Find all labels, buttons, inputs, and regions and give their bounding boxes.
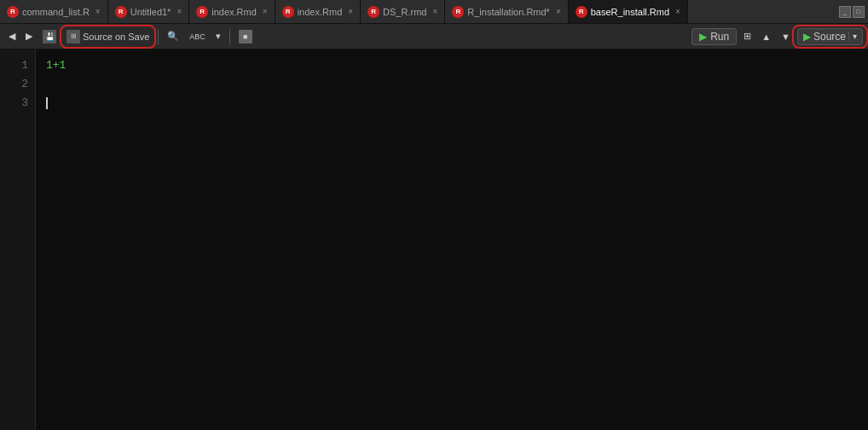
tab-label: DS_R.rmd bbox=[383, 7, 426, 17]
divider-1 bbox=[158, 29, 159, 44]
option-icon: ▾ bbox=[216, 31, 221, 42]
source-button[interactable]: ▶ Source ▾ bbox=[797, 28, 863, 45]
tab-label: Untitled1* bbox=[130, 7, 171, 17]
code-line-1: 1+1 bbox=[46, 56, 858, 75]
tab-label: index.Rmd bbox=[211, 7, 257, 17]
cursor bbox=[46, 97, 48, 109]
search-icon: 🔍 bbox=[167, 31, 179, 42]
source-on-save-icon: ⊞ bbox=[67, 30, 80, 44]
source-dropdown-arrow[interactable]: ▾ bbox=[848, 32, 857, 41]
line-number-2: 2 bbox=[21, 75, 28, 94]
tab-baser-install-rmd[interactable]: R baseR_install.Rmd × bbox=[569, 0, 688, 24]
back-button[interactable]: ◀ bbox=[5, 29, 19, 44]
tab-untitled1[interactable]: R Untitled1* × bbox=[108, 0, 190, 24]
spell-check-icon: ABC bbox=[189, 32, 205, 41]
chunk-button[interactable]: ■ bbox=[235, 28, 256, 45]
source-on-save-label: Source on Save bbox=[83, 32, 149, 42]
down-button[interactable]: ▼ bbox=[778, 30, 794, 44]
tab-close[interactable]: × bbox=[95, 7, 101, 16]
tab-index-rmd-2[interactable]: R index.Rmd × bbox=[275, 0, 361, 24]
tab-icon-r: R bbox=[196, 6, 208, 18]
source-on-save-button[interactable]: ⊞ Source on Save bbox=[63, 28, 153, 45]
save-button[interactable]: 💾 bbox=[39, 28, 60, 45]
line-numbers: 1 2 3 bbox=[0, 49, 36, 430]
tab-icon-r: R bbox=[282, 6, 294, 18]
tab-bar: R command_list.R × R Untitled1* × R inde… bbox=[0, 0, 868, 24]
tab-r-installation-rmd[interactable]: R R_installation.Rmd* × bbox=[445, 0, 568, 24]
tab-close[interactable]: × bbox=[176, 7, 182, 16]
tab-bar-end: _ □ bbox=[839, 6, 868, 18]
forward-icon: ▶ bbox=[26, 31, 32, 42]
tab-label: R_installation.Rmd* bbox=[467, 7, 550, 17]
tab-close[interactable]: × bbox=[675, 7, 680, 16]
line-number-3: 3 bbox=[21, 94, 28, 113]
spell-check-button[interactable]: ABC bbox=[186, 31, 209, 43]
tab-command-list-r[interactable]: R command_list.R × bbox=[0, 0, 108, 24]
up-button[interactable]: ▲ bbox=[758, 30, 774, 44]
code-editor[interactable]: 1+1 bbox=[36, 49, 868, 430]
up-icon: ▲ bbox=[761, 32, 771, 42]
minimize-button[interactable]: _ bbox=[839, 6, 851, 18]
code-content-1: 1+1 bbox=[46, 56, 66, 75]
run-button[interactable]: ▶ Run bbox=[692, 28, 737, 45]
run-icon: ▶ bbox=[699, 31, 707, 43]
code-line-2 bbox=[46, 75, 858, 94]
grid-icon: ⊞ bbox=[744, 31, 751, 42]
jump-button[interactable]: ⊞ bbox=[740, 29, 755, 44]
source-button-wrapper: ▶ Source ▾ bbox=[797, 28, 863, 45]
down-icon: ▼ bbox=[781, 32, 790, 42]
tab-icon-r: R bbox=[7, 6, 19, 18]
tab-close[interactable]: × bbox=[348, 7, 353, 16]
run-label: Run bbox=[710, 31, 729, 43]
search-button[interactable]: 🔍 bbox=[164, 29, 182, 44]
tab-label: baseR_install.Rmd bbox=[591, 7, 669, 17]
tab-ds-r-rmd[interactable]: R DS_R.rmd × bbox=[361, 0, 445, 24]
forward-button[interactable]: ▶ bbox=[22, 29, 36, 44]
tab-close[interactable]: × bbox=[556, 7, 561, 16]
tab-icon-r: R bbox=[576, 6, 587, 18]
source-label: Source bbox=[813, 31, 846, 43]
save-icon: 💾 bbox=[43, 30, 56, 44]
back-icon: ◀ bbox=[9, 31, 15, 42]
maximize-button[interactable]: □ bbox=[853, 6, 865, 18]
tab-icon-r: R bbox=[115, 6, 127, 18]
toolbar: ◀ ▶ 💾 ⊞ Source on Save 🔍 ABC ▾ ■ ▶ Run ⊞ bbox=[0, 24, 868, 49]
chunk-icon: ■ bbox=[239, 30, 252, 44]
source-on-save-wrapper: ⊞ Source on Save bbox=[63, 28, 153, 45]
tab-close[interactable]: × bbox=[432, 7, 437, 16]
divider-2 bbox=[229, 29, 230, 44]
toolbar-option-button[interactable]: ▾ bbox=[212, 29, 224, 44]
tab-icon-r: R bbox=[452, 6, 464, 18]
tab-label: index.Rmd bbox=[298, 7, 343, 17]
tab-label: command_list.R bbox=[22, 7, 90, 17]
source-icon: ▶ bbox=[803, 31, 811, 43]
code-line-3 bbox=[46, 94, 858, 113]
tab-index-rmd-1[interactable]: R index.Rmd × bbox=[189, 0, 275, 24]
line-number-1: 1 bbox=[21, 56, 28, 75]
editor-area: 1 2 3 1+1 bbox=[0, 49, 868, 430]
tab-icon-r: R bbox=[367, 6, 379, 18]
tab-close[interactable]: × bbox=[263, 7, 268, 16]
